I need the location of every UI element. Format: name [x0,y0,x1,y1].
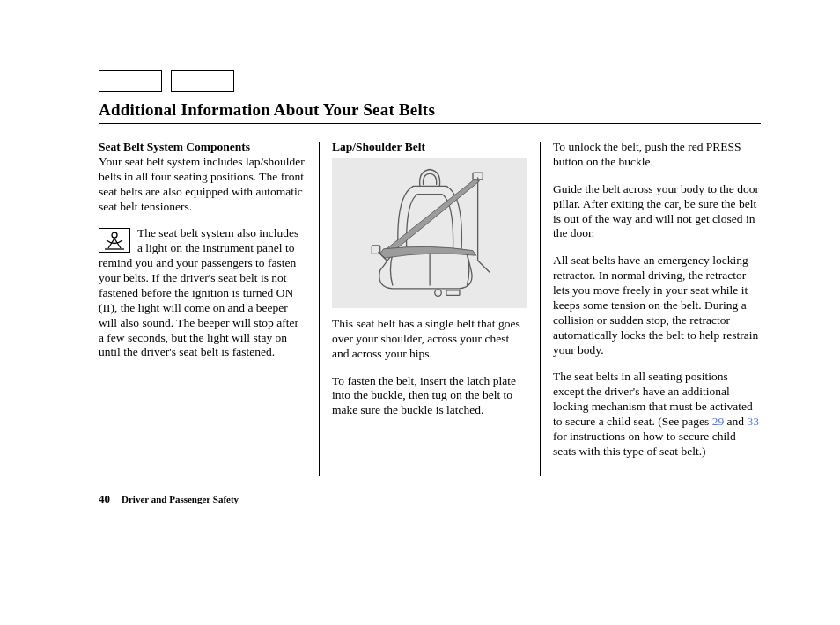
body-paragraph: To unlock the belt, push the red PRESS b… [553,140,761,170]
seatbelt-warning-icon [99,228,130,253]
body-paragraph: To fasten the belt, insert the latch pla… [332,374,527,419]
body-text: for instructions on how to secure child … [553,430,736,458]
page-number: 40 [99,492,110,505]
svg-rect-8 [446,290,460,296]
svg-point-0 [112,232,117,238]
svg-point-9 [435,290,442,297]
body-paragraph: Guide the belt across your body to the d… [553,182,761,242]
page-footer: 40 Driver and Passenger Safety [99,492,761,506]
body-text: and [724,415,747,428]
body-paragraph: All seat belts have an emergency locking… [553,254,761,357]
placeholder-box [99,70,162,92]
body-paragraph: This seat belt has a single belt that go… [332,317,527,362]
manual-page: Additional Information About Your Seat B… [0,0,840,541]
section-heading: Lap/Shoulder Belt [332,140,527,155]
column-1: Seat Belt System Components Your seat be… [99,140,319,476]
section-heading: Seat Belt System Components [99,140,250,153]
page-title: Additional Information About Your Seat B… [99,100,435,119]
column-3: To unlock the belt, push the red PRESS b… [541,140,761,476]
page-ref-link[interactable]: 33 [747,415,759,428]
footer-section-label: Driver and Passenger Safety [122,494,239,504]
section-block: Seat Belt System Components Your seat be… [99,140,306,214]
body-paragraph: The seat belt system also includes a lig… [99,226,306,360]
placeholder-box [171,70,234,92]
content-columns: Seat Belt System Components Your seat be… [99,140,761,476]
column-2: Lap/Shoulder Belt [320,140,540,476]
body-text: Your seat belt system includes lap/shoul… [99,155,305,213]
seat-illustration [332,158,527,308]
page-ref-link[interactable]: 29 [712,415,725,428]
svg-line-6 [478,261,490,272]
top-placeholder-boxes [99,70,761,92]
title-row: Additional Information About Your Seat B… [99,100,761,124]
body-paragraph: The seat belts in all seating positions … [553,370,761,459]
